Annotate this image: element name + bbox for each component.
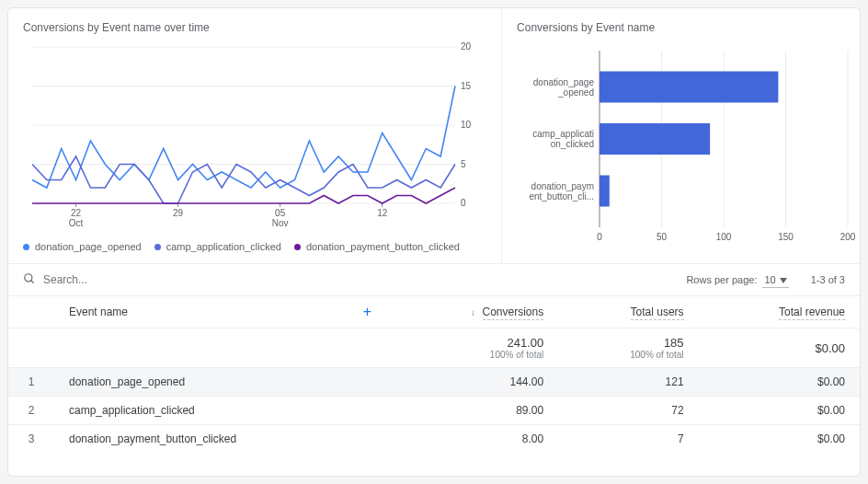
- row-users: 72: [558, 397, 698, 425]
- row-index: 2: [8, 397, 54, 425]
- legend-dot-icon: [154, 244, 161, 250]
- svg-text:0: 0: [461, 198, 466, 208]
- search-input[interactable]: [43, 270, 264, 290]
- svg-text:29: 29: [173, 208, 184, 218]
- sort-down-icon: ↓: [471, 307, 475, 317]
- legend-label: camp_application_clicked: [166, 241, 281, 252]
- event-name-header-label: Event name: [69, 305, 128, 318]
- charts-row: Conversions by Event name over time 0510…: [8, 8, 860, 264]
- legend-dot-icon: [23, 244, 29, 250]
- svg-text:200: 200: [840, 232, 856, 242]
- search-icon: [23, 272, 36, 288]
- conversions-header-label: Conversions: [483, 305, 544, 320]
- analytics-card: Conversions by Event name over time 0510…: [7, 7, 861, 477]
- table-toolbar: Rows per page: 10 1-3 of 3: [8, 264, 860, 296]
- table-row[interactable]: 2camp_application_clicked89.0072$0.00: [8, 397, 860, 425]
- row-event-name: donation_payment_button_clicked: [54, 425, 386, 454]
- svg-text:Oct: Oct: [69, 218, 84, 228]
- row-revenue: $0.00: [699, 425, 860, 454]
- table-row[interactable]: 1donation_page_opened144.00121$0.00: [8, 368, 860, 397]
- svg-text:12: 12: [377, 208, 388, 218]
- svg-text:camp_applicati: camp_applicati: [532, 129, 594, 139]
- col-total-users[interactable]: Total users: [558, 296, 698, 328]
- rows-per-page-select[interactable]: 10: [762, 272, 788, 288]
- svg-rect-31: [600, 72, 778, 103]
- svg-text:donation_paym: donation_paym: [531, 181, 594, 191]
- svg-text:50: 50: [657, 232, 668, 242]
- legend-label: donation_page_opened: [35, 241, 142, 252]
- svg-text:100: 100: [716, 232, 732, 242]
- col-index: [8, 296, 54, 328]
- svg-text:on_clicked: on_clicked: [551, 139, 594, 149]
- row-revenue: $0.00: [699, 368, 860, 397]
- rows-per-page-value: 10: [764, 274, 775, 285]
- row-conversions: 8.00: [386, 425, 558, 454]
- svg-text:20: 20: [461, 41, 472, 52]
- line-chart-panel: Conversions by Event name over time 0510…: [8, 8, 502, 263]
- rows-per-page: Rows per page: 10: [686, 272, 788, 288]
- svg-rect-34: [600, 123, 710, 155]
- col-conversions[interactable]: ↓ Conversions: [386, 296, 558, 328]
- page-range: 1-3 of 3: [811, 274, 845, 285]
- svg-text:donation_page: donation_page: [533, 77, 595, 87]
- row-index: 1: [8, 368, 54, 397]
- row-event-name: camp_application_clicked: [54, 397, 386, 425]
- legend-item[interactable]: donation_page_opened: [23, 241, 142, 252]
- col-total-revenue[interactable]: Total revenue: [699, 296, 860, 328]
- svg-point-40: [25, 273, 32, 281]
- line-chart[interactable]: 0510152022Oct2905Nov12: [23, 41, 483, 233]
- bar-chart-panel: Conversions by Event name 050100150200do…: [502, 8, 861, 263]
- add-dimension-button[interactable]: +: [363, 304, 371, 320]
- svg-text:150: 150: [778, 232, 794, 242]
- col-event-name[interactable]: Event name +: [54, 296, 386, 328]
- svg-text:Nov: Nov: [272, 218, 289, 228]
- row-users: 7: [558, 425, 698, 454]
- row-event-name: donation_page_opened: [54, 368, 386, 397]
- table-row[interactable]: 3donation_payment_button_clicked8.007$0.…: [8, 425, 860, 454]
- totals-conversions: 241.00 100% of total: [386, 328, 558, 368]
- legend-item[interactable]: donation_payment_button_clicked: [294, 241, 460, 252]
- row-users: 121: [558, 368, 698, 397]
- svg-text:_opened: _opened: [557, 87, 594, 98]
- svg-text:0: 0: [597, 232, 602, 242]
- svg-text:22: 22: [71, 208, 82, 218]
- bar-chart-title: Conversions by Event name: [517, 21, 857, 34]
- svg-text:15: 15: [461, 81, 472, 91]
- svg-line-41: [31, 280, 34, 282]
- legend-label: donation_payment_button_clicked: [306, 241, 460, 252]
- legend-dot-icon: [294, 244, 301, 250]
- svg-rect-37: [600, 176, 610, 207]
- svg-text:ent_button_cli...: ent_button_cli...: [529, 191, 594, 202]
- total-revenue-header-label: Total revenue: [779, 305, 845, 320]
- line-chart-legend: donation_page_openedcamp_application_cli…: [23, 241, 486, 252]
- total-users-header-label: Total users: [631, 305, 684, 320]
- legend-item[interactable]: camp_application_clicked: [154, 241, 281, 252]
- svg-text:10: 10: [461, 120, 472, 130]
- bar-chart[interactable]: 050100150200donation_page_openedcamp_app…: [517, 41, 857, 251]
- row-revenue: $0.00: [699, 397, 860, 425]
- rows-per-page-label: Rows per page:: [686, 274, 757, 285]
- caret-down-icon: [780, 274, 787, 285]
- row-conversions: 89.00: [386, 397, 558, 425]
- row-conversions: 144.00: [386, 368, 558, 397]
- totals-revenue: $0.00: [699, 328, 860, 368]
- row-index: 3: [8, 425, 54, 454]
- svg-text:05: 05: [275, 208, 286, 218]
- totals-users: 185 100% of total: [558, 328, 698, 368]
- conversions-table: Event name + ↓ Conversions Total users T…: [8, 296, 860, 453]
- line-chart-title: Conversions by Event name over time: [23, 21, 486, 34]
- svg-text:5: 5: [461, 159, 466, 169]
